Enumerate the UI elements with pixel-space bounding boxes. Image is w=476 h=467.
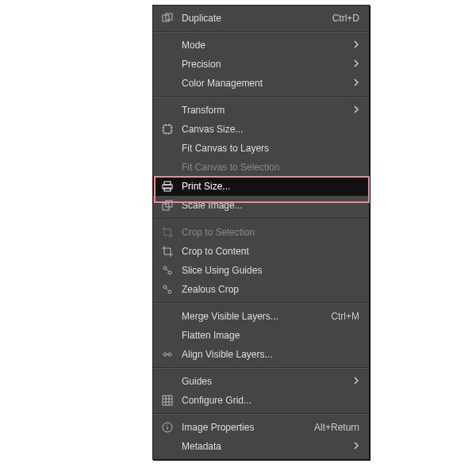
svg-point-13 bbox=[168, 353, 171, 356]
menu-item-metadata[interactable]: Metadata bbox=[153, 437, 369, 456]
menu-item-shortcut: Ctrl+D bbox=[332, 9, 359, 28]
menu-item-slice-using-guides[interactable]: Slice Using Guides bbox=[153, 261, 369, 280]
menu-item-flatten[interactable]: Flatten Image bbox=[153, 326, 369, 345]
menu-item-label: Metadata bbox=[182, 437, 347, 456]
svg-point-11 bbox=[168, 290, 171, 293]
info-icon bbox=[161, 421, 174, 434]
slice-icon bbox=[161, 283, 174, 296]
menu-separator bbox=[153, 367, 369, 369]
align-icon bbox=[161, 348, 174, 361]
menu-item-scale-image[interactable]: Scale Image... bbox=[153, 196, 369, 215]
menu-item-label: Scale Image... bbox=[182, 196, 359, 215]
chevron-right-icon bbox=[353, 372, 359, 391]
menu-item-configure-grid[interactable]: Configure Grid... bbox=[153, 391, 369, 410]
blank-icon bbox=[161, 142, 174, 155]
chevron-right-icon bbox=[353, 101, 359, 120]
menu-item-mode[interactable]: Mode bbox=[153, 36, 369, 55]
svg-point-12 bbox=[163, 353, 167, 356]
menu-item-label: Slice Using Guides bbox=[182, 261, 359, 280]
menu-item-label: Flatten Image bbox=[182, 326, 359, 345]
blank-icon bbox=[161, 161, 174, 174]
menu-item-precision[interactable]: Precision bbox=[153, 55, 369, 74]
blank-icon bbox=[161, 329, 174, 342]
menu-item-guides[interactable]: Guides bbox=[153, 372, 369, 391]
menu-item-label: Zealous Crop bbox=[182, 280, 359, 299]
menu-separator bbox=[153, 413, 369, 415]
menu-item-label: Canvas Size... bbox=[182, 120, 359, 139]
svg-rect-14 bbox=[163, 396, 172, 405]
menu-item-label: Duplicate bbox=[182, 9, 326, 28]
chevron-right-icon bbox=[353, 74, 359, 93]
menu-item-shortcut: Ctrl+M bbox=[331, 307, 359, 326]
image-context-menu: DuplicateCtrl+DModePrecisionColor Manage… bbox=[152, 5, 370, 460]
crop-icon bbox=[161, 226, 174, 239]
duplicate-icon bbox=[161, 12, 174, 25]
menu-item-fit-canvas-layers[interactable]: Fit Canvas to Layers bbox=[153, 139, 369, 158]
menu-item-label: Mode bbox=[182, 36, 347, 55]
menu-item-label: Precision bbox=[182, 55, 347, 74]
menu-separator bbox=[153, 302, 369, 304]
blank-icon bbox=[161, 58, 174, 71]
menu-separator bbox=[153, 31, 369, 33]
svg-rect-2 bbox=[163, 125, 171, 133]
menu-item-label: Crop to Content bbox=[182, 242, 359, 261]
menu-item-crop-to-content[interactable]: Crop to Content bbox=[153, 242, 369, 261]
menu-item-canvas-size[interactable]: Canvas Size... bbox=[153, 120, 369, 139]
chevron-right-icon bbox=[353, 36, 359, 55]
svg-point-8 bbox=[163, 266, 167, 270]
menu-item-label: Print Size... bbox=[182, 177, 359, 196]
menu-item-label: Fit Canvas to Layers bbox=[182, 139, 359, 158]
menu-item-crop-to-selection: Crop to Selection bbox=[153, 223, 369, 242]
menu-separator bbox=[153, 218, 369, 220]
menu-item-label: Crop to Selection bbox=[182, 223, 359, 242]
svg-rect-3 bbox=[164, 182, 171, 185]
chevron-right-icon bbox=[353, 437, 359, 456]
blank-icon bbox=[161, 77, 174, 90]
menu-item-fit-canvas-selection: Fit Canvas to Selection bbox=[153, 158, 369, 177]
blank-icon bbox=[161, 104, 174, 117]
menu-item-label: Fit Canvas to Selection bbox=[182, 158, 359, 177]
menu-item-label: Guides bbox=[182, 372, 347, 391]
blank-icon bbox=[161, 310, 174, 323]
blank-icon bbox=[161, 440, 174, 453]
grid-icon bbox=[161, 394, 174, 407]
print-icon bbox=[161, 180, 174, 193]
menu-item-zealous-crop[interactable]: Zealous Crop bbox=[153, 280, 369, 299]
menu-item-label: Merge Visible Layers... bbox=[182, 307, 324, 326]
menu-item-label: Color Management bbox=[182, 74, 347, 93]
menu-item-color-management[interactable]: Color Management bbox=[153, 74, 369, 93]
chevron-right-icon bbox=[353, 55, 359, 74]
menu-item-label: Configure Grid... bbox=[182, 391, 359, 410]
menu-item-image-properties[interactable]: Image PropertiesAlt+Return bbox=[153, 418, 369, 437]
menu-item-transform[interactable]: Transform bbox=[153, 101, 369, 120]
blank-icon bbox=[161, 39, 174, 52]
menu-item-label: Transform bbox=[182, 101, 347, 120]
blank-icon bbox=[161, 375, 174, 388]
menu-item-align-visible[interactable]: Align Visible Layers... bbox=[153, 345, 369, 364]
crop-icon bbox=[161, 245, 174, 258]
menu-item-duplicate[interactable]: DuplicateCtrl+D bbox=[153, 9, 369, 28]
canvas-icon bbox=[161, 123, 174, 136]
menu-item-print-size[interactable]: Print Size... bbox=[153, 177, 369, 196]
menu-item-shortcut: Alt+Return bbox=[314, 418, 359, 437]
menu-item-label: Image Properties bbox=[182, 418, 308, 437]
svg-point-9 bbox=[168, 271, 171, 274]
menu-item-label: Align Visible Layers... bbox=[182, 345, 359, 364]
menu-separator bbox=[153, 96, 369, 98]
slice-icon bbox=[161, 264, 174, 277]
scale-icon bbox=[161, 199, 174, 212]
menu-item-merge-visible[interactable]: Merge Visible Layers...Ctrl+M bbox=[153, 307, 369, 326]
svg-point-10 bbox=[163, 285, 167, 289]
